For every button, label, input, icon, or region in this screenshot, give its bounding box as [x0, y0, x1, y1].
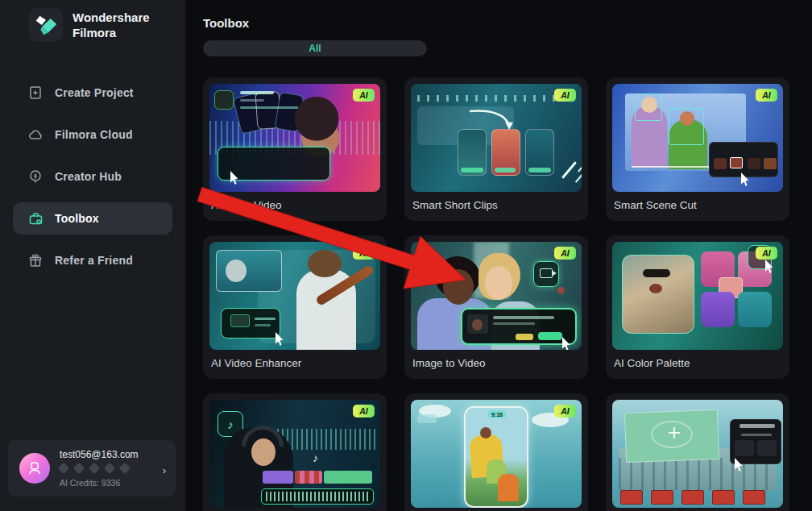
ai-badge: AI — [554, 405, 576, 418]
account-card[interactable]: test056@163.com › AI Credits: 9336 — [8, 440, 176, 496]
ai-badge: AI — [756, 89, 777, 102]
account-badges — [60, 464, 129, 472]
card-label: Smart Scene Cut — [614, 199, 783, 211]
filter-all-label: All — [309, 43, 321, 54]
card-smart-short-clips[interactable]: AI Smart Short Clips — [404, 77, 588, 221]
filter-all-button[interactable]: All — [203, 40, 427, 56]
level-badge-icon — [73, 463, 85, 474]
card-label: AI Color Palette — [614, 357, 783, 369]
sidebar-item-refer-a-friend[interactable]: Refer a Friend — [13, 244, 172, 276]
music-note-icon: ♪ — [313, 451, 318, 464]
card-label: Audio to Video — [211, 199, 380, 211]
filmora-window: Wondershare Filmora Create Project — [0, 0, 812, 511]
level-badge-icon — [58, 463, 69, 474]
ai-badge: AI — [353, 89, 375, 102]
sidebar-item-creator-hub[interactable]: Creator Hub — [13, 160, 172, 193]
ai-badge: AI — [756, 247, 777, 260]
brand-name: Wondershare Filmora — [72, 10, 150, 40]
sidebar-item-label: Creator Hub — [55, 170, 122, 183]
sidebar: Wondershare Filmora Create Project — [0, 0, 185, 511]
card-row3-2[interactable]: 9:16 AI — [404, 393, 588, 511]
ai-badge: AI — [554, 247, 576, 260]
level-badge-icon — [104, 463, 115, 474]
magic-wand-icon — [561, 161, 577, 179]
chevron-right-icon[interactable]: › — [163, 464, 166, 476]
card-ai-video-enhancer[interactable]: AI AI Video Enhancer — [203, 235, 387, 379]
cloud-icon — [27, 127, 44, 143]
gift-icon — [27, 252, 44, 268]
toolbox-icon — [27, 210, 44, 226]
filmora-logo-icon — [29, 8, 63, 42]
card-label: Smart Short Clips — [412, 199, 582, 211]
card-label: AI Video Enhancer — [211, 357, 380, 369]
toolbox-grid: AI Audio to Video AI Smart Shor — [203, 77, 791, 511]
ratio-chip: 9:16 — [488, 410, 506, 418]
sidebar-item-filmora-cloud[interactable]: Filmora Cloud — [13, 118, 172, 151]
card-row3-1[interactable]: ♪ ♪ AI — [203, 393, 387, 511]
sidebar-item-label: Create Project — [55, 86, 134, 99]
sidebar-item-toolbox[interactable]: Toolbox — [13, 202, 172, 235]
create-project-icon — [27, 85, 44, 101]
card-label: Image to Video — [412, 357, 582, 369]
sidebar-item-create-project[interactable]: Create Project — [13, 77, 172, 109]
card-row3-3[interactable] — [606, 393, 789, 511]
card-ai-color-palette[interactable]: AI AI Color Palette — [606, 235, 789, 379]
sidebar-nav: Create Project Filmora Cloud — [0, 77, 185, 286]
curved-arrow-icon — [467, 108, 516, 132]
brand: Wondershare Filmora — [29, 8, 150, 42]
account-email: test056@163.com — [60, 449, 139, 460]
creator-hub-icon — [27, 168, 44, 185]
ai-credits: AI Credits: 9336 — [60, 478, 120, 488]
ai-badge: AI — [554, 89, 576, 102]
level-badge-icon — [89, 463, 100, 474]
sidebar-item-label: Refer a Friend — [55, 254, 133, 267]
card-image-to-video[interactable]: AI Image to Video — [404, 235, 588, 379]
card-audio-to-video[interactable]: AI Audio to Video — [203, 77, 387, 221]
sidebar-item-label: Filmora Cloud — [55, 128, 133, 141]
page-title: Toolbox — [203, 16, 249, 30]
avatar — [19, 453, 50, 484]
card-smart-scene-cut[interactable]: AI Smart Scene Cut — [606, 77, 789, 221]
sidebar-item-label: Toolbox — [55, 212, 99, 225]
ai-badge: AI — [353, 405, 375, 418]
level-badge-icon — [119, 463, 130, 474]
card-thumbnail — [612, 400, 783, 508]
ai-badge: AI — [353, 247, 375, 260]
